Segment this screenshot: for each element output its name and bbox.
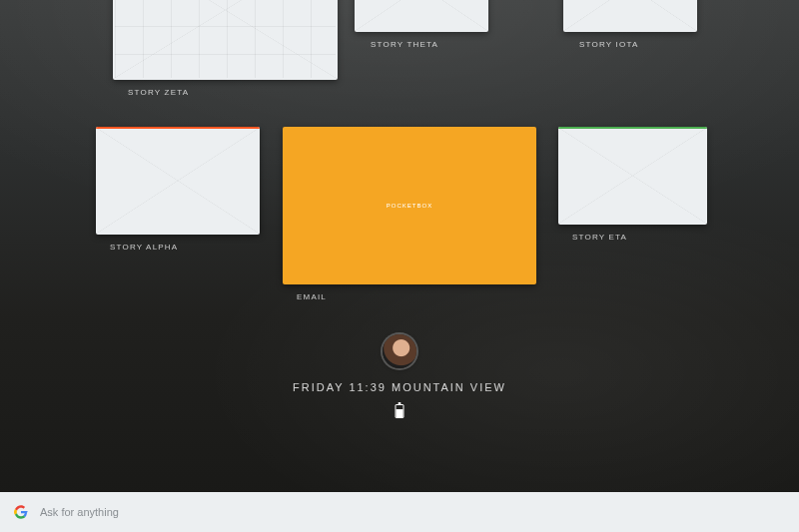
card-label-email: EMAIL (297, 292, 327, 301)
card-label-eta: STORY ETA (572, 233, 627, 242)
card-story-zeta[interactable] (113, 0, 338, 80)
card-story-alpha[interactable] (96, 127, 260, 235)
card-label-alpha: STORY ALPHA (110, 243, 178, 252)
search-input[interactable] (40, 506, 785, 518)
search-bar[interactable] (0, 492, 799, 532)
avatar[interactable] (383, 334, 416, 368)
card-story-eta[interactable] (558, 127, 707, 225)
battery-icon (396, 404, 404, 418)
status-line: FRIDAY 11:39 MOUNTAIN VIEW (293, 381, 506, 393)
card-email-center: POCKETBOX (387, 203, 432, 209)
card-story-iota[interactable] (563, 0, 697, 32)
card-label-theta: STORY THETA (371, 40, 438, 49)
google-logo-icon (14, 505, 28, 519)
card-email[interactable]: POCKETBOX (283, 127, 536, 284)
card-label-zeta: STORY ZETA (128, 88, 189, 97)
card-story-theta[interactable] (355, 0, 488, 32)
card-label-iota: STORY IOTA (579, 40, 638, 49)
